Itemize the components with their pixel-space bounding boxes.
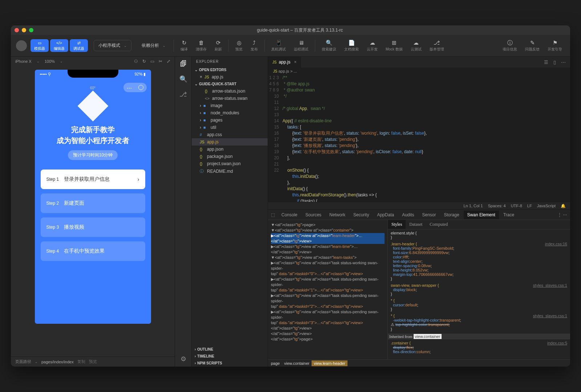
tab-appdata[interactable]: AppData — [373, 211, 398, 219]
folder-util[interactable]: ›■util — [192, 124, 268, 131]
publish-button[interactable]: ⤴发布 — [248, 38, 261, 53]
popout-icon[interactable]: ⤢ — [167, 59, 170, 64]
user-icon[interactable]: ⚇ — [134, 59, 138, 64]
activity-bar: 🗐 🔍 ⎇ ⚙ — [175, 57, 192, 367]
dom-tree[interactable]: ▼<at">class="tg">page> ▼<at">class="tg">… — [268, 220, 388, 359]
code-editor: JSapp.js× ☰ ▯ ⋯ JS app.js > ... 1 2 3 4 … — [268, 57, 570, 202]
remote-debug-button[interactable]: 🖥远程调试 — [291, 38, 311, 53]
search-sugg-button[interactable]: 🔍搜索建议 — [319, 38, 339, 53]
phone-preview[interactable]: ••••• ⚲16:5792% ▮ 60° 完成新手教学成为智能小程序开发者 预… — [35, 70, 151, 324]
outline-section[interactable]: ›OUTLINE — [192, 346, 268, 353]
spaces[interactable]: Spaces: 4 — [488, 204, 506, 208]
dataset-tab[interactable]: Dataset — [406, 220, 426, 229]
cloud-test-button[interactable]: ☁云测试 — [408, 38, 424, 53]
folder-pages[interactable]: ›■pages — [192, 117, 268, 124]
user-avatar[interactable] — [16, 40, 27, 51]
file-appjson[interactable]: {}app.json — [192, 146, 268, 153]
editor-tab-appjs[interactable]: JSapp.js× — [268, 57, 301, 68]
simulator-toggle[interactable]: ▭模拟器 — [31, 39, 49, 52]
rotate-icon[interactable]: ↻ — [142, 59, 146, 64]
version-button[interactable]: ⎇版本管理 — [427, 38, 447, 53]
eol[interactable]: LF — [527, 204, 532, 208]
close-tab-icon[interactable]: × — [294, 60, 297, 65]
refresh-button[interactable]: ⟳刷新 — [212, 38, 225, 53]
mock-data-button[interactable]: ⊞Mock 数据 — [383, 38, 406, 53]
breadcrumb[interactable]: JS app.js > ... — [268, 68, 570, 75]
editor-toggle[interactable]: </>编辑器 — [50, 39, 68, 52]
settings-icon[interactable]: ⚙ — [180, 355, 186, 363]
search-icon[interactable]: 🔍 — [179, 75, 187, 83]
doc-search-button[interactable]: 📄文档搜索 — [341, 38, 362, 53]
project-info-button[interactable]: ⓘ项目信息 — [500, 38, 520, 53]
step-4[interactable]: Step 4在手机中预览效果 — [41, 241, 145, 261]
zoom-select[interactable]: 100% — [45, 59, 55, 64]
git-icon[interactable]: ⎇ — [179, 90, 187, 98]
tab-audits[interactable]: Audits — [398, 211, 418, 219]
style-rules[interactable]: element.style {}index.css:16.learn-heade… — [388, 229, 570, 359]
file-appjs[interactable]: JSapp.js — [192, 138, 268, 146]
maximize-window[interactable] — [29, 28, 33, 32]
tab-swan[interactable]: Swan Element — [464, 211, 499, 219]
bell-icon[interactable]: 🔔 — [561, 204, 566, 208]
debugger-toggle[interactable]: ⇄调试器 — [70, 39, 88, 52]
real-debug-button[interactable]: 📱真机调试 — [268, 38, 289, 53]
cut-icon[interactable]: ✂ — [159, 59, 162, 64]
npm-section[interactable]: ›NPM SCRIPTS — [192, 360, 268, 367]
file-arrow-json[interactable]: {}arrow-status.json — [192, 87, 268, 95]
inspect-icon[interactable]: ⬚ — [271, 212, 275, 217]
computed-tab[interactable]: Computed — [426, 220, 451, 229]
step-3[interactable]: Step 3播放视频 — [41, 217, 145, 237]
tab-sources[interactable]: Sources — [302, 211, 325, 219]
encoding[interactable]: UTF-8 — [511, 204, 522, 208]
minimize-window[interactable] — [22, 28, 26, 32]
lang-mode[interactable]: JavaScript — [537, 204, 556, 208]
timeline-section[interactable]: ›TIMELINE — [192, 353, 268, 360]
layout-icon[interactable]: ▯ — [553, 60, 556, 65]
clear-cache-button[interactable]: 🗑清缓存 — [193, 38, 210, 53]
file-pkg[interactable]: {}package.json — [192, 153, 268, 160]
feedback-button[interactable]: ✎问题反馈 — [522, 38, 543, 53]
status-bar: Ln 1, Col 1 Spaces: 4 UTF-8 LF JavaScrip… — [268, 202, 570, 210]
bc-container[interactable]: view.container — [282, 360, 312, 366]
more-icon[interactable]: ⋯ — [561, 60, 566, 65]
tab-sensor[interactable]: Sensor — [419, 211, 440, 219]
explorer-icon[interactable]: 🗐 — [180, 60, 187, 68]
compile-button[interactable]: ↻编译 — [178, 38, 191, 53]
tab-console[interactable]: Console — [278, 211, 301, 219]
open-editors-section[interactable]: ⌄OPEN EDITORS — [192, 66, 268, 73]
step-1[interactable]: Step 1登录并获取用户信息› — [41, 170, 145, 189]
tab-trace[interactable]: Trace — [500, 211, 518, 219]
deps-analysis-select[interactable]: 依赖分析⌄ — [137, 40, 170, 51]
copy-path[interactable]: 复制 — [77, 359, 85, 364]
bc-page[interactable]: page — [269, 360, 282, 366]
file-projswan[interactable]: {}project.swan.json — [192, 160, 268, 167]
program-mode-select[interactable]: 小程序模式⌄ — [94, 40, 131, 51]
cloud-dev-button[interactable]: ☁云开发 — [364, 38, 381, 53]
split-icon[interactable]: ☰ — [544, 60, 548, 65]
open-editor-appjs[interactable]: ×JSapp.js — [192, 73, 268, 81]
preview-path[interactable]: 预览 — [89, 359, 97, 364]
devtools-more-icon[interactable]: ⋮ ⋯ — [557, 212, 567, 217]
bc-header[interactable]: view.learn-header — [312, 360, 348, 366]
code-content[interactable]: /** * @file app.js * @author swan */ /* … — [283, 75, 570, 202]
file-arrow-swan[interactable]: <>arrow-status.swan — [192, 95, 268, 102]
file-appcss[interactable]: #app.css — [192, 131, 268, 138]
square-icon[interactable]: ▭ — [150, 59, 154, 64]
project-section[interactable]: ⌄GUIDE-QUICK-START — [192, 81, 268, 87]
page-path-label: 页面路径 — [15, 359, 31, 364]
folder-image[interactable]: ›■image — [192, 102, 268, 109]
phone-notch — [68, 70, 118, 78]
close-window[interactable] — [15, 28, 19, 32]
explorer-title: EXPLORER — [192, 57, 268, 66]
file-readme[interactable]: ⓘREADME.md — [192, 167, 268, 175]
folder-nodemod[interactable]: ›■node_modules — [192, 109, 268, 117]
step-2[interactable]: Step 2新建页面 — [41, 193, 145, 213]
cursor-pos[interactable]: Ln 1, Col 1 — [464, 204, 483, 208]
dev-guide-button[interactable]: ⚑开发引导 — [545, 38, 565, 53]
device-select[interactable]: iPhone X — [15, 59, 32, 64]
tab-security[interactable]: Security — [350, 211, 373, 219]
tab-network[interactable]: Network — [326, 211, 349, 219]
styles-tab[interactable]: Styles — [388, 220, 406, 229]
preview-button[interactable]: ◎预览 — [232, 38, 245, 53]
tab-storage[interactable]: Storage — [440, 211, 463, 219]
